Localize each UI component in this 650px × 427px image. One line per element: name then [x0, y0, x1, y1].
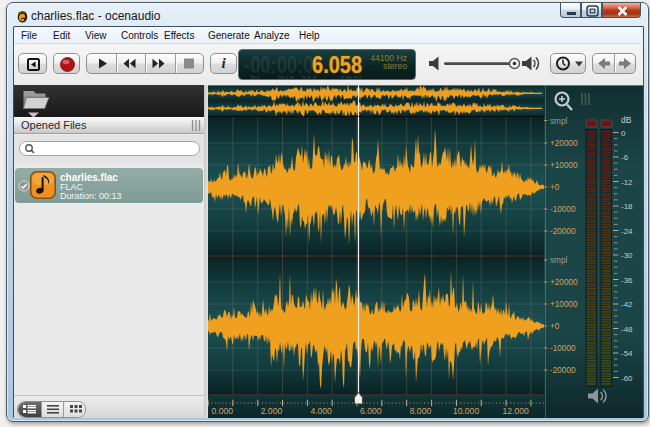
svg-text:-10000: -10000	[550, 344, 576, 353]
svg-text:+20000: +20000	[550, 139, 578, 148]
svg-text:+10000: +10000	[550, 161, 578, 170]
svg-text:0: 0	[621, 129, 626, 138]
svg-text:2.000: 2.000	[261, 406, 283, 416]
svg-text:+20000: +20000	[550, 278, 578, 287]
svg-text:-18: -18	[621, 202, 633, 211]
svg-text:6.000: 6.000	[360, 406, 382, 416]
svg-text:10.000: 10.000	[453, 406, 480, 416]
svg-text:-36: -36	[621, 276, 633, 285]
svg-text:12.000: 12.000	[503, 406, 530, 416]
svg-text:+0: +0	[550, 322, 560, 331]
svg-text:+0: +0	[550, 183, 560, 192]
svg-text:0.000: 0.000	[212, 406, 234, 416]
svg-text:-54: -54	[621, 349, 633, 358]
svg-text:-12: -12	[621, 178, 633, 187]
svg-text:smpl: smpl	[550, 117, 567, 126]
svg-text:-60: -60	[621, 374, 633, 383]
svg-text:-20000: -20000	[550, 366, 576, 375]
svg-text:-6: -6	[621, 153, 629, 162]
svg-text:-30: -30	[621, 251, 633, 260]
svg-text:-42: -42	[621, 300, 633, 309]
svg-text:4.000: 4.000	[310, 406, 332, 416]
svg-text:+10000: +10000	[550, 300, 578, 309]
svg-text:smpl: smpl	[550, 256, 567, 265]
svg-text:-20000: -20000	[550, 227, 576, 236]
svg-text:8.000: 8.000	[410, 406, 432, 416]
svg-text:dB: dB	[621, 115, 632, 125]
svg-text:-24: -24	[621, 227, 633, 236]
svg-text:-10000: -10000	[550, 205, 576, 214]
svg-text:-48: -48	[621, 325, 633, 334]
